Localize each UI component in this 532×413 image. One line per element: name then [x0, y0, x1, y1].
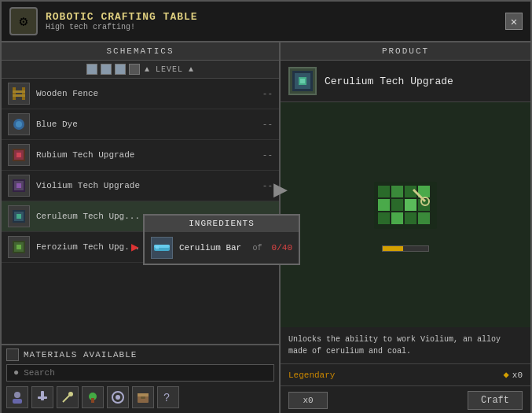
svg-rect-8	[17, 153, 21, 157]
svg-point-23	[68, 392, 73, 396]
svg-rect-38	[300, 79, 305, 83]
schematic-level-rubium: --	[262, 150, 273, 160]
ingredients-popup: INGREDIENTS Cerulium Bar of 0/40	[143, 214, 300, 265]
schematic-icon-ceruleum	[8, 205, 30, 227]
schematics-list[interactable]: Wooden Fence -- Blue Dye -- Rubium T	[2, 79, 279, 344]
level-dot-2	[101, 64, 112, 75]
product-progress-fill	[383, 246, 403, 251]
svg-rect-29	[138, 393, 149, 396]
cat-icon-weapons[interactable]	[31, 386, 53, 408]
cat-icon-misc[interactable]: ?	[157, 386, 179, 408]
product-rarity-row: Legendary ◆ x0	[281, 364, 530, 386]
cat-icon-tools[interactable]	[57, 386, 79, 408]
category-icons: ?	[6, 386, 274, 411]
materials-header: MATERIALS AVAILABLE	[6, 348, 274, 361]
product-title-row: Cerulium Tech Upgrade	[281, 61, 530, 102]
product-header: PRODUCT	[281, 42, 530, 61]
close-button[interactable]: ✕	[505, 13, 523, 30]
svg-point-27	[116, 395, 120, 400]
ingredient-row: Cerulium Bar of 0/40	[145, 231, 299, 264]
craft-controls: x0 Craft	[281, 386, 530, 413]
svg-rect-0	[13, 87, 16, 100]
svg-rect-30	[141, 396, 145, 399]
svg-line-22	[63, 395, 70, 402]
svg-rect-19	[13, 399, 22, 404]
ingredient-name-cerulium-bar: Cerulium Bar	[179, 243, 244, 253]
search-icon: ●	[13, 367, 19, 378]
level-dot-1	[86, 64, 97, 75]
schematic-icon-violium	[8, 175, 30, 197]
svg-rect-21	[38, 396, 47, 399]
schematic-level-blue-dye: --	[262, 120, 273, 129]
title-text: ROBOTIC CRAFTING TABLE High tech craftin…	[46, 11, 497, 31]
search-input[interactable]	[24, 368, 267, 378]
schematic-level-wooden-fence: --	[262, 89, 273, 98]
svg-rect-25	[91, 398, 94, 403]
schematic-icon-blue-dye	[8, 113, 30, 135]
schematic-item-blue-dye[interactable]: Blue Dye --	[2, 109, 279, 140]
svg-rect-17	[17, 245, 21, 249]
product-description: Unlocks the ability to work Violium, an …	[281, 327, 530, 364]
cat-icon-nature[interactable]	[82, 386, 104, 408]
ingredient-qty-cerulium-bar: 0/40	[272, 243, 292, 253]
ingredients-header: INGREDIENTS	[145, 216, 299, 231]
schematic-icon-ferozium	[8, 236, 30, 258]
rarity-count-value: x0	[512, 371, 523, 380]
level-dot-3	[115, 64, 126, 75]
schematic-name-violium: Violium Tech Upgrade	[36, 181, 256, 190]
schematic-item-violium[interactable]: Violium Tech Upgrade --	[2, 171, 279, 201]
rarity-count: ◆ x0	[504, 369, 523, 381]
window-title: ROBOTIC CRAFTING TABLE	[46, 11, 497, 23]
svg-text:?: ?	[163, 392, 170, 404]
product-progress-bar	[382, 245, 429, 252]
svg-rect-45	[391, 199, 403, 211]
main-window: ⚙️ ROBOTIC CRAFTING TABLE High tech craf…	[0, 0, 532, 413]
schematic-name-rubium: Rubium Tech Upgrade	[36, 150, 256, 160]
materials-label: MATERIALS AVAILABLE	[24, 350, 137, 360]
gold-icon: ◆	[504, 369, 509, 381]
svg-rect-20	[41, 391, 44, 400]
product-sprite	[366, 178, 445, 241]
level-dots	[86, 64, 140, 75]
main-content: SCHEMATICS ▲ LEVEL ▲ Wooden Fence	[2, 42, 530, 413]
rarity-label: Legendary	[288, 371, 335, 380]
svg-rect-40	[378, 186, 390, 197]
schematic-item-wooden-fence[interactable]: Wooden Fence --	[2, 79, 279, 109]
schematic-item-rubium[interactable]: Rubium Tech Upgrade --	[2, 140, 279, 171]
svg-rect-3	[13, 94, 25, 97]
materials-section: MATERIALS AVAILABLE ●	[2, 344, 279, 413]
product-icon	[288, 67, 317, 95]
product-name: Cerulium Tech Upgrade	[325, 76, 453, 87]
svg-point-18	[14, 392, 20, 398]
schematic-name-wooden-fence: Wooden Fence	[36, 89, 256, 98]
product-preview	[281, 102, 530, 327]
schematic-icon-wooden-fence	[8, 83, 30, 105]
level-bar: ▲ LEVEL ▲	[2, 61, 279, 79]
svg-rect-34	[156, 246, 159, 249]
svg-rect-46	[405, 199, 416, 211]
cat-icon-storage[interactable]	[132, 386, 154, 408]
window-subtitle: High tech crafting!	[46, 23, 497, 31]
ingredient-icon-cerulium-bar	[151, 237, 173, 259]
svg-rect-41	[391, 186, 403, 197]
craft-button[interactable]: Craft	[468, 391, 523, 410]
cat-icon-crafting[interactable]	[107, 386, 129, 408]
quantity-button[interactable]: x0	[288, 392, 328, 409]
svg-point-5	[16, 121, 22, 127]
schematic-icon-rubium	[8, 144, 30, 166]
title-bar: ⚙️ ROBOTIC CRAFTING TABLE High tech craf…	[2, 2, 530, 42]
schematics-header: SCHEMATICS	[2, 42, 279, 61]
svg-rect-14	[17, 214, 21, 219]
search-bar: ●	[6, 364, 274, 382]
level-label: ▲ LEVEL ▲	[145, 65, 194, 74]
schematic-level-violium: --	[262, 181, 273, 190]
schematic-name-blue-dye: Blue Dye	[36, 120, 256, 129]
ingredient-of-label: of	[250, 244, 266, 253]
red-arrow-indicator: ▶	[131, 239, 139, 255]
svg-rect-49	[391, 212, 403, 224]
window-icon: ⚙️	[9, 7, 38, 35]
svg-rect-50	[405, 212, 416, 224]
svg-rect-51	[418, 212, 430, 224]
cat-icon-character[interactable]	[6, 386, 28, 408]
materials-checkbox[interactable]	[6, 348, 19, 361]
